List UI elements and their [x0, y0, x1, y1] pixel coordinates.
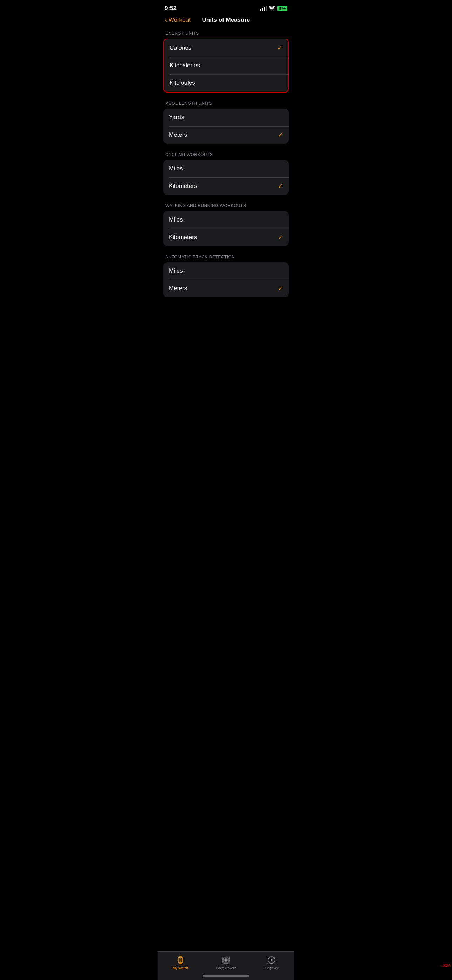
back-button[interactable]: ‹ Workout: [165, 16, 191, 24]
kilometers-walking-label: Kilometers: [169, 234, 197, 241]
list-item-meters-pool[interactable]: Meters ✓: [163, 126, 289, 144]
meters-track-label: Meters: [169, 285, 187, 292]
kilometers-cycling-checkmark: ✓: [278, 182, 283, 190]
list-item-yards[interactable]: Yards: [163, 109, 289, 126]
section-label-pool-length: POOL LENGTH UNITS: [163, 101, 289, 106]
list-item-kilocalories[interactable]: Kilocalories: [164, 57, 288, 74]
signal-bar-1: [260, 9, 261, 11]
kilocalories-label: Kilocalories: [170, 62, 200, 69]
energy-units-list: Calories ✓ Kilocalories Kilojoules: [163, 38, 289, 92]
status-time: 9:52: [165, 5, 177, 12]
kilometers-walking-checkmark: ✓: [278, 234, 283, 241]
list-item-meters-track[interactable]: Meters ✓: [163, 280, 289, 297]
section-label-track-detection: AUTOMATIC TRACK DETECTION: [163, 255, 289, 259]
back-label: Workout: [169, 16, 191, 24]
miles-track-label: Miles: [169, 267, 183, 274]
nav-bar: ‹ Workout Units of Measure: [158, 15, 294, 28]
signal-bars-icon: [260, 6, 267, 11]
section-label-walking-running: WALKING AND RUNNING WORKOUTS: [163, 203, 289, 208]
calories-label: Calories: [170, 45, 191, 51]
cycling-list: Miles Kilometers ✓: [163, 160, 289, 195]
section-energy-units: ENERGY UNITS Calories ✓ Kilocalories Kil…: [163, 31, 289, 92]
track-detection-list: Miles Meters ✓: [163, 262, 289, 297]
yards-label: Yards: [169, 114, 184, 121]
section-cycling: CYCLING WORKOUTS Miles Kilometers ✓: [163, 152, 289, 195]
list-item-kilometers-walking[interactable]: Kilometers ✓: [163, 229, 289, 246]
calories-checkmark: ✓: [277, 44, 282, 52]
section-label-energy-units: ENERGY UNITS: [163, 31, 289, 36]
battery-badge: 97+: [277, 6, 287, 11]
section-track-detection: AUTOMATIC TRACK DETECTION Miles Meters ✓: [163, 255, 289, 297]
list-item-miles-walking[interactable]: Miles: [163, 211, 289, 229]
section-walking-running: WALKING AND RUNNING WORKOUTS Miles Kilom…: [163, 203, 289, 246]
section-label-cycling: CYCLING WORKOUTS: [163, 152, 289, 157]
section-pool-length: POOL LENGTH UNITS Yards Meters ✓: [163, 101, 289, 144]
list-item-miles-track[interactable]: Miles: [163, 262, 289, 280]
signal-bar-4: [266, 6, 267, 11]
pool-length-list: Yards Meters ✓: [163, 109, 289, 144]
wifi-icon: [269, 6, 275, 11]
miles-walking-label: Miles: [169, 216, 183, 223]
main-content: ENERGY UNITS Calories ✓ Kilocalories Kil…: [158, 28, 294, 341]
status-bar: 9:52 97+: [158, 0, 294, 15]
kilometers-cycling-label: Kilometers: [169, 183, 197, 189]
signal-bar-2: [262, 8, 263, 11]
kilojoules-label: Kilojoules: [170, 80, 195, 87]
page-title: Units of Measure: [202, 16, 250, 24]
list-item-miles-cycling[interactable]: Miles: [163, 160, 289, 177]
list-item-kilojoules[interactable]: Kilojoules: [164, 74, 288, 92]
back-chevron-icon: ‹: [165, 16, 167, 24]
meters-pool-label: Meters: [169, 131, 187, 138]
meters-track-checkmark: ✓: [278, 285, 283, 292]
miles-cycling-label: Miles: [169, 165, 183, 172]
list-item-kilometers-cycling[interactable]: Kilometers ✓: [163, 177, 289, 195]
status-icons: 97+: [260, 6, 287, 11]
list-item-calories[interactable]: Calories ✓: [164, 39, 288, 57]
signal-bar-3: [264, 7, 265, 11]
walking-running-list: Miles Kilometers ✓: [163, 211, 289, 246]
meters-pool-checkmark: ✓: [278, 131, 283, 139]
